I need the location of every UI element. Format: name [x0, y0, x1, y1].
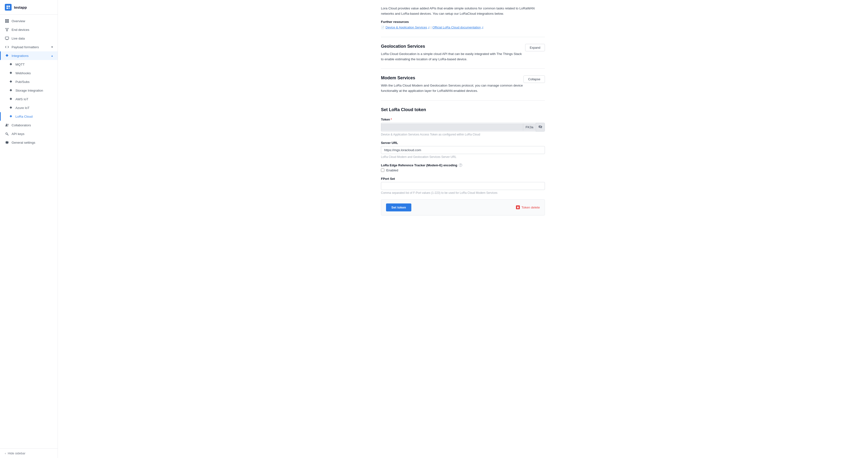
puzzle-sub-icon: [9, 79, 13, 84]
sidebar-item-end-devices[interactable]: End devices: [0, 25, 58, 34]
token-visibility-toggle[interactable]: [536, 123, 545, 131]
encoding-checkbox[interactable]: [381, 168, 384, 172]
sidebar-item-collaborators[interactable]: Collaborators: [0, 121, 58, 129]
chevron-left-icon: ‹: [5, 452, 6, 455]
svg-rect-6: [5, 21, 7, 23]
svg-line-12: [7, 29, 8, 30]
sidebar-item-storage-integration[interactable]: Storage Integration: [0, 86, 58, 95]
sidebar-item-webhooks[interactable]: Webhooks: [0, 69, 58, 77]
modem-section: Modem Services With the LoRa Cloud Modem…: [381, 68, 545, 93]
device-application-services-link[interactable]: Device & Application Services ↗: [385, 26, 430, 29]
sidebar-item-label: API keys: [11, 132, 24, 136]
token-section-title: Set LoRa Cloud token: [381, 107, 545, 112]
encoding-checkbox-label[interactable]: Enabled: [386, 168, 398, 172]
external-link-icon-2: ↗: [482, 26, 484, 29]
modem-section-header: Modem Services With the LoRa Cloud Modem…: [381, 75, 545, 93]
official-lora-cloud-doc-link[interactable]: Official LoRa Cloud documentation ↗: [432, 26, 484, 29]
puzzle-sub-icon: [9, 71, 13, 75]
geolocation-section-header: Geolocation Services LoRa Cloud Geolocat…: [381, 44, 545, 62]
sidebar-item-label: Collaborators: [11, 123, 31, 127]
server-url-hint: LoRa Cloud Modem and Geolocation Service…: [381, 155, 545, 159]
sidebar-item-label: LoRa Cloud: [16, 115, 33, 118]
puzzle-sub-icon: [9, 62, 13, 67]
svg-rect-1: [8, 5, 10, 7]
svg-rect-13: [5, 37, 9, 39]
sidebar-item-overview[interactable]: Overview: [0, 17, 58, 25]
sidebar-item-api-keys[interactable]: API keys: [0, 129, 58, 138]
puzzle-sub-icon: [9, 106, 13, 110]
svg-point-16: [6, 124, 7, 125]
sidebar-item-label: Webhooks: [16, 71, 31, 75]
svg-point-17: [7, 124, 8, 125]
sidebar-item-label: MQTT: [16, 63, 25, 66]
sidebar-item-pubsubs[interactable]: Pub/Subs: [0, 77, 58, 86]
sidebar-nav: Overview End devices: [0, 15, 58, 448]
separator: |: [431, 26, 431, 29]
sidebar-item-payload-formatters[interactable]: Payload formatters ▾: [0, 43, 58, 51]
hide-sidebar-button[interactable]: ‹ Hide sidebar: [5, 452, 53, 455]
token-actions-bar: Set token Token delete: [381, 199, 545, 216]
sidebar-item-aws-iot[interactable]: AWS IoT: [0, 95, 58, 103]
sidebar-item-live-data[interactable]: Live data: [0, 34, 58, 43]
modem-title: Modem Services: [381, 75, 523, 80]
sidebar-item-label: AWS IoT: [16, 97, 28, 101]
main-content: Lora Cloud provides value added APIs tha…: [58, 0, 868, 458]
sidebar-item-lora-cloud[interactable]: LoRa Cloud: [0, 112, 58, 121]
token-delete-button[interactable]: Token delete: [516, 205, 540, 209]
app-logo[interactable]: testapp: [0, 0, 58, 15]
puzzle-icon: [5, 54, 9, 58]
sidebar-item-general-settings[interactable]: General settings: [0, 138, 58, 147]
modem-section-content: Modem Services With the LoRa Cloud Modem…: [381, 75, 523, 93]
fork-icon: [5, 28, 9, 32]
modem-desc: With the LoRa Cloud Modem and Geolocatio…: [381, 83, 523, 93]
encoding-checkbox-group: Enabled: [381, 168, 545, 172]
content-area: Lora Cloud provides value added APIs tha…: [371, 0, 555, 235]
server-url-label: Server URL: [381, 141, 545, 144]
sidebar-item-label: General settings: [11, 141, 35, 144]
sidebar-item-label: Azure IoT: [16, 106, 30, 110]
puzzle-lora-icon: [9, 114, 13, 119]
help-icon: ?: [459, 163, 462, 167]
doc-icon: 📄: [381, 26, 384, 29]
sidebar-item-azure-iot[interactable]: Azure IoT: [0, 103, 58, 112]
server-url-form-group: Server URL LoRa Cloud Modem and Geolocat…: [381, 141, 545, 159]
geolocation-section-content: Geolocation Services LoRa Cloud Geolocat…: [381, 44, 525, 62]
sidebar: testapp Overview: [0, 0, 58, 458]
resource-links: 📄 Device & Application Services ↗ | Offi…: [381, 26, 545, 29]
monitor-icon: [5, 36, 9, 40]
sidebar-bottom: ‹ Hide sidebar: [0, 448, 58, 458]
svg-point-10: [6, 30, 7, 31]
modem-collapse-button[interactable]: Collapse: [523, 75, 545, 83]
sidebar-item-label: End devices: [11, 28, 29, 32]
intro-text: Lora Cloud provides value added APIs tha…: [381, 6, 545, 16]
geolocation-expand-button[interactable]: Expand: [525, 44, 545, 51]
token-suffix: FK3a: [523, 123, 536, 131]
sidebar-item-label: Pub/Subs: [16, 80, 30, 84]
people-icon: [5, 123, 9, 127]
svg-line-11: [6, 29, 7, 30]
sidebar-item-mqtt[interactable]: MQTT: [0, 60, 58, 69]
token-form-group: Token * FK3a Device & Application Servic…: [381, 118, 545, 136]
sidebar-item-integrations[interactable]: Integrations ▴: [0, 51, 58, 60]
token-hint: Device & Application Services Access Tok…: [381, 133, 545, 136]
sidebar-item-label: Live data: [11, 37, 25, 40]
svg-point-18: [6, 133, 7, 134]
required-indicator: *: [391, 118, 392, 121]
server-url-input[interactable]: [381, 146, 545, 154]
sidebar-item-label: Storage Integration: [16, 89, 43, 92]
geolocation-title: Geolocation Services: [381, 44, 525, 49]
sidebar-item-label: Overview: [11, 19, 25, 23]
set-token-button[interactable]: Set token: [386, 203, 411, 211]
external-link-icon: ↗: [428, 26, 430, 29]
fport-label: FPort Set: [381, 177, 545, 181]
token-input[interactable]: [381, 123, 523, 131]
further-resources: Further resources 📄 Device & Application…: [381, 20, 545, 29]
hide-sidebar-label: Hide sidebar: [8, 452, 25, 455]
chevron-up-icon: ▴: [51, 54, 53, 57]
fport-input[interactable]: [381, 182, 545, 190]
puzzle-sub-icon: [9, 97, 13, 101]
svg-point-8: [5, 28, 6, 29]
trash-icon: [516, 205, 520, 209]
svg-rect-0: [6, 5, 8, 7]
geolocation-desc: LoRa Cloud Geolocation is a simple cloud…: [381, 51, 525, 62]
